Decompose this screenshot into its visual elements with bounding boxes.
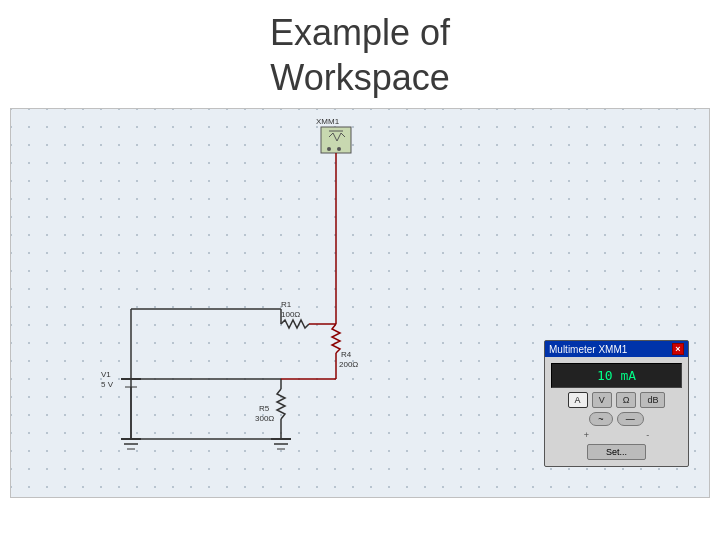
multimeter-close-button[interactable]: × [672, 343, 684, 355]
svg-text:R5: R5 [259, 404, 270, 413]
multimeter-set-row: Set... [551, 444, 682, 460]
workspace-area: XMM1 V1 5 V R1 100Ω R4 200Ω R5 3 [10, 108, 710, 498]
svg-text:XMM1: XMM1 [316, 117, 340, 126]
multimeter-ac-button[interactable]: ~ [589, 412, 612, 426]
multimeter-btn-a[interactable]: A [568, 392, 588, 408]
svg-text:V1: V1 [101, 370, 111, 379]
page-title: Example of Workspace [0, 10, 720, 100]
svg-text:5 V: 5 V [101, 380, 114, 389]
multimeter-titlebar: Multimeter XMM1 × [545, 341, 688, 357]
multimeter-terminals: + - [555, 430, 678, 440]
terminal-plus: + [584, 430, 589, 440]
multimeter-mode-buttons: A V Ω dB [551, 392, 682, 408]
page-header: Example of Workspace [0, 0, 720, 108]
svg-text:100Ω: 100Ω [281, 310, 300, 319]
multimeter-panel: Multimeter XMM1 × 10 mA A V Ω dB ~ — + -… [544, 340, 689, 467]
svg-point-2 [327, 147, 331, 151]
multimeter-title: Multimeter XMM1 [549, 344, 627, 355]
multimeter-btn-ohm[interactable]: Ω [616, 392, 637, 408]
svg-text:200Ω: 200Ω [339, 360, 358, 369]
multimeter-ac-dc: ~ — [551, 412, 682, 426]
svg-text:300Ω: 300Ω [255, 414, 274, 423]
multimeter-btn-v[interactable]: V [592, 392, 612, 408]
svg-point-3 [337, 147, 341, 151]
multimeter-btn-db[interactable]: dB [640, 392, 665, 408]
multimeter-dc-button[interactable]: — [617, 412, 644, 426]
multimeter-set-button[interactable]: Set... [587, 444, 646, 460]
svg-text:R4: R4 [341, 350, 352, 359]
multimeter-display: 10 mA [551, 363, 682, 388]
svg-text:R1: R1 [281, 300, 292, 309]
terminal-minus: - [646, 430, 649, 440]
